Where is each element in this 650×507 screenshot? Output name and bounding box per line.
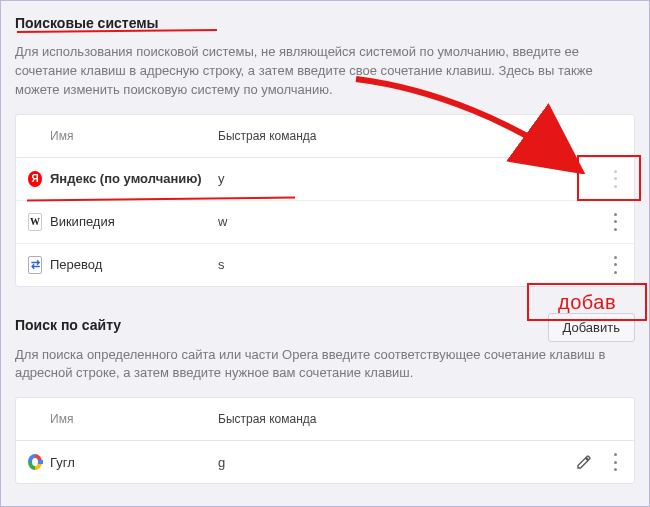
col-header-cmd: Быстрая команда <box>218 412 552 426</box>
engine-cmd: y <box>218 171 552 186</box>
col-header-name: Имя <box>50 129 218 143</box>
site-search-table: Имя Быстрая команда Гугл g <box>15 397 635 484</box>
engine-name: Яндекс (по умолчанию) <box>50 171 202 186</box>
section-title-search-engines: Поисковые системы <box>15 15 159 31</box>
table-row: ⇄ Перевод s <box>16 244 634 286</box>
more-actions-button[interactable] <box>608 169 622 189</box>
col-header-name: Имя <box>50 412 218 426</box>
more-actions-button[interactable] <box>608 212 622 232</box>
translate-icon: ⇄ <box>28 256 42 274</box>
add-button[interactable]: Добавить <box>548 313 635 342</box>
table-row: W Википедия w <box>16 201 634 244</box>
search-engines-table: Имя Быстрая команда Я Яндекс (по умолчан… <box>15 114 635 287</box>
engine-name: Гугл <box>50 455 218 470</box>
section-title-site-search: Поиск по сайту <box>15 317 121 333</box>
yandex-icon: Я <box>28 171 42 187</box>
engine-cmd: s <box>218 257 552 272</box>
table-row: Гугл g <box>16 441 634 483</box>
engine-name: Википедия <box>50 214 218 229</box>
edit-icon[interactable] <box>576 454 592 470</box>
col-header-cmd: Быстрая команда <box>218 129 552 143</box>
section-description: Для поиска определенного сайта или части… <box>15 346 635 384</box>
engine-cmd: g <box>218 455 552 470</box>
table-row: Я Яндекс (по умолчанию) y <box>16 158 634 201</box>
more-actions-button[interactable] <box>608 255 622 275</box>
engine-name: Перевод <box>50 257 218 272</box>
engine-cmd: w <box>218 214 552 229</box>
wikipedia-icon: W <box>28 213 42 231</box>
google-icon <box>28 454 42 470</box>
section-description: Для использования поисковой системы, не … <box>15 43 635 100</box>
more-actions-button[interactable] <box>608 452 622 472</box>
